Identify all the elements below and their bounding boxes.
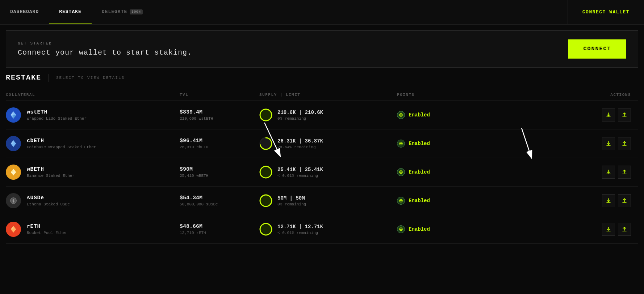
svg-marker-2 [13,115,16,119]
token-desc: Wrapped Lido Staked Ether [27,116,87,121]
actions-cell [506,166,638,179]
supply-remaining: < 0.01% remaining [277,231,323,235]
points-cell: Enabled [397,168,506,176]
tvl-value: $48.66M [180,223,259,230]
supply-info: 210.6K | 210.6K 0% remaining [277,110,323,121]
points-cell: Enabled [397,111,506,119]
col-collateral: COLLATERAL [6,93,180,97]
supply-ring [259,194,272,207]
svg-point-24 [400,200,402,201]
svg-point-6 [400,114,402,116]
tvl-cell: $54.34M 50,000,000 sUSDe [180,195,259,206]
points-status: Enabled [409,169,430,175]
tvl-sub: 12,710 rETH [180,231,259,235]
tvl-sub: 25,410 wBETH [180,174,259,178]
supply-info: 26.31K | 36.87K 28.64% remaining [277,138,323,149]
supply-info: 12.71K | 12.71K < 0.01% remaining [277,224,323,235]
section-subtitle: SELECT TO VIEW DETAILS [56,76,125,80]
supply-cell: 12.71K | 12.71K < 0.01% remaining [259,223,397,236]
svg-point-12 [400,143,402,144]
svg-marker-26 [11,226,13,229]
svg-marker-8 [11,140,13,144]
token-info: cbETH Coinbase Wrapped Staked Ether [27,138,96,149]
table-row[interactable]: wstETH Wrapped Lido Staked Ether $839.4M… [6,101,638,129]
upload-action-button[interactable] [618,137,631,150]
download-action-button[interactable] [602,166,615,179]
upload-action-button[interactable] [618,166,631,179]
tvl-value: $54.34M [180,195,259,201]
tvl-cell: $96.41M 26,310 cbETH [180,138,259,149]
actions-cell [506,194,638,207]
upload-action-button[interactable] [618,194,631,207]
tvl-cell: $48.66M 12,710 rETH [180,223,259,235]
section-header: RESTAKE SELECT TO VIEW DETAILS [6,73,638,82]
points-cell: Enabled [397,197,506,205]
token-name: sUSDe [27,195,70,201]
token-desc: Coinbase Wrapped Staked Ether [27,145,96,149]
tvl-value: $839.4M [180,109,259,115]
token-name: wstETH [27,109,87,115]
col-tvl: TVL [180,93,259,97]
table-row[interactable]: cbETH Coinbase Wrapped Staked Ether $96.… [6,129,638,158]
enabled-icon [397,197,405,205]
points-cell: Enabled [397,140,506,148]
supply-remaining: 28.64% remaining [277,145,323,149]
svg-marker-1 [11,111,13,115]
supply-remaining: 0% remaining [277,202,306,206]
token-desc: Binance Staked Ether [27,174,75,178]
upload-action-button[interactable] [618,108,631,122]
points-cell: Enabled [397,225,506,233]
svg-marker-14 [11,169,13,172]
enabled-icon [397,168,405,176]
svg-text:$: $ [12,199,14,203]
download-action-button[interactable] [602,194,615,207]
supply-cell: 25.41K | 25.41K < 0.01% remaining [259,166,397,179]
token-info: wBETH Binance Staked Ether [27,166,75,178]
supply-info: 50M | 50M 0% remaining [277,195,306,206]
actions-cell [506,108,638,122]
tvl-sub: 50,000,000 sUSDe [180,202,259,206]
supply-values: 210.6K | 210.6K [277,110,323,115]
supply-cell: 26.31K | 36.87K 28.64% remaining [259,137,397,150]
upload-action-button[interactable] [618,223,631,236]
enabled-icon [397,111,405,119]
points-status: Enabled [409,112,430,118]
token-info: sUSDe Ethena Staked USDe [27,195,70,206]
connect-wallet-button[interactable]: CONNECT WALLET [568,0,644,24]
points-status: Enabled [409,141,430,146]
table-rows: wstETH Wrapped Lido Staked Ether $839.4M… [6,101,638,244]
nav-spacer [153,0,568,24]
download-action-button[interactable] [602,137,615,150]
supply-ring [259,108,272,122]
supply-cell: 210.6K | 210.6K 0% remaining [259,108,397,122]
token-info: rETH Rocket Pool Ether [27,223,67,235]
supply-values: 25.41K | 25.41K [277,167,323,172]
table-row[interactable]: rETH Rocket Pool Ether $48.66M 12,710 rE… [6,215,638,244]
tvl-sub: 26,310 cbETH [180,145,259,149]
token-desc: Ethena Staked USDe [27,202,70,206]
tab-restake[interactable]: Restake [49,0,92,24]
enabled-icon [397,140,405,148]
download-action-button[interactable] [602,108,615,122]
table-row[interactable]: wBETH Binance Staked Ether $90M 25,410 w… [6,158,638,187]
tvl-value: $96.41M [180,138,259,144]
actions-cell [506,223,638,236]
supply-values: 12.71K | 12.71K [277,224,323,230]
supply-remaining: 0% remaining [277,116,323,121]
supply-info: 25.41K | 25.41K < 0.01% remaining [277,167,323,178]
enabled-icon [397,225,405,233]
section-divider [49,74,49,82]
connect-button[interactable]: CONNECT [568,39,626,59]
col-points: POINTS [397,93,506,97]
token-desc: Rocket Pool Ether [27,231,67,235]
download-action-button[interactable] [602,223,615,236]
collateral-cell: cbETH Coinbase Wrapped Staked Ether [6,136,180,151]
tab-delegate[interactable]: Delegate SOON [92,0,153,24]
supply-ring [259,137,272,150]
get-started-banner: GET STARTED Connect your wallet to start… [6,30,638,68]
points-status: Enabled [409,226,430,232]
tab-dashboard[interactable]: Dashboard [0,0,49,24]
collateral-cell: wstETH Wrapped Lido Staked Ether [6,107,180,123]
table-row[interactable]: $ sUSDe Ethena Staked USDe $54.34M 50,00… [6,187,638,215]
supply-values: 50M | 50M [277,195,306,201]
